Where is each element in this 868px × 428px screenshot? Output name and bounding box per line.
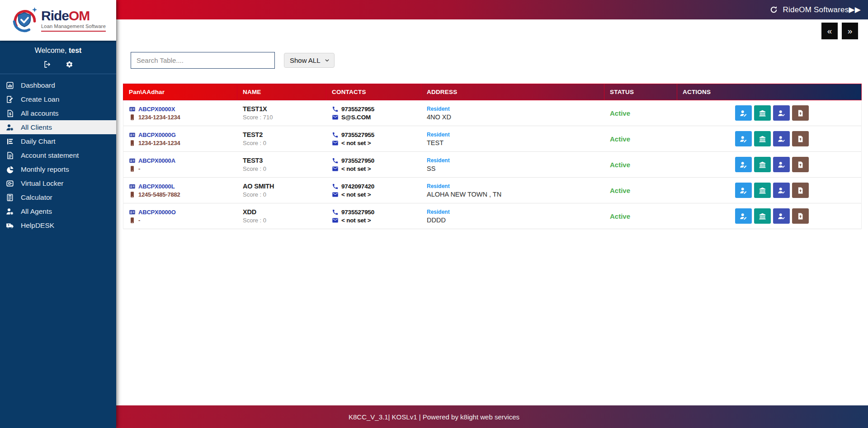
- upload-document-button[interactable]: [792, 105, 809, 121]
- sidebar-item-virtual-locker[interactable]: Virtual Locker: [0, 176, 116, 190]
- phone-number: 9742097420: [341, 183, 374, 190]
- bank-details-button[interactable]: [754, 208, 771, 224]
- actions-cell: [677, 126, 861, 151]
- bank-details-button[interactable]: [754, 105, 771, 121]
- edit-client-button[interactable]: [735, 208, 752, 224]
- email-value: < not set >: [341, 165, 371, 172]
- client-score: Score : 0: [243, 140, 326, 146]
- list-chart-icon: [6, 137, 15, 146]
- name-cell: TEST3 Score : 0: [237, 152, 326, 177]
- sidebar-item-all-agents[interactable]: All Agents: [0, 204, 116, 218]
- mobile-icon: [129, 114, 136, 121]
- aadhar-number: -: [138, 165, 140, 172]
- sidebar: RideOM Loan Management Software Welcome,…: [0, 0, 116, 428]
- envelope-icon: [332, 114, 339, 121]
- pen-doc-icon: [6, 95, 15, 103]
- phone-icon: [332, 106, 339, 113]
- landmark-icon: [759, 187, 766, 194]
- pan-link[interactable]: ABCPX0000L: [138, 183, 175, 190]
- pan-link[interactable]: ABCPX0000X: [138, 106, 175, 113]
- pan-link[interactable]: ABCPX0000O: [138, 209, 176, 216]
- sidebar-item-monthly-reports[interactable]: Monthly reports: [0, 162, 116, 176]
- landmark-icon: [759, 109, 766, 117]
- pan-aadhar-cell: ABCPX0000X 1234-1234-1234: [123, 100, 237, 126]
- envelope-icon: [332, 217, 339, 224]
- upload-document-button[interactable]: [792, 131, 809, 146]
- footer-text: K8CC_V_3.1| KOSLv1 | Powered by k8ight w…: [349, 413, 519, 421]
- welcome-text: Welcome, test: [0, 41, 116, 55]
- aadhar-number: 1234-1234-1234: [138, 114, 180, 121]
- logo-underline: [41, 31, 106, 32]
- id-card-icon: [129, 106, 136, 113]
- pan-aadhar-cell: ABCPX0000O -: [123, 203, 237, 229]
- upload-document-button[interactable]: [792, 208, 809, 224]
- status-badge: Active: [610, 187, 677, 194]
- address-type: Resident: [427, 183, 604, 189]
- status-cell: Active: [604, 126, 677, 151]
- user-pen-icon: [740, 135, 747, 143]
- table-row: ABCPX0000X 1234-1234-1234 TEST1X Score :…: [123, 100, 861, 126]
- upload-document-button[interactable]: [792, 157, 809, 172]
- address-value: DDDD: [427, 216, 604, 224]
- phone-number: 9735527955: [341, 106, 374, 113]
- verify-client-button[interactable]: [773, 131, 790, 146]
- sidebar-nav: Dashboard Create Loan $ All accounts All…: [0, 74, 116, 232]
- pan-link[interactable]: ABCPX0000G: [138, 132, 176, 138]
- edit-client-button[interactable]: [735, 131, 752, 146]
- address-cell: Resident 4NO XD: [421, 100, 604, 126]
- gear-icon[interactable]: [66, 61, 73, 68]
- column-header-name: NAME: [237, 84, 326, 100]
- prev-page-button[interactable]: «: [821, 23, 838, 39]
- mobile-icon: [129, 140, 136, 146]
- contacts-cell: 9735527950 < not set >: [326, 152, 421, 177]
- next-page-button[interactable]: »: [842, 23, 858, 39]
- sidebar-item-helpdesk[interactable]: HelpDESK: [0, 218, 116, 232]
- sidebar-item-daily-chart[interactable]: Daily Chart: [0, 134, 116, 148]
- refresh-icon[interactable]: [769, 5, 778, 14]
- search-input[interactable]: [131, 52, 275, 69]
- status-cell: Active: [604, 178, 677, 203]
- pan-link[interactable]: ABCPX0000A: [138, 157, 175, 164]
- phone-number: 9735527950: [341, 157, 374, 164]
- sidebar-item-all-accounts[interactable]: $ All accounts: [0, 106, 116, 120]
- client-score: Score : 710: [243, 114, 326, 121]
- bank-details-button[interactable]: [754, 183, 771, 198]
- sidebar-item-label: All accounts: [21, 109, 59, 118]
- chevron-down-icon: [325, 58, 330, 63]
- pan-aadhar-cell: ABCPX0000A -: [123, 152, 237, 177]
- status-cell: Active: [604, 203, 677, 229]
- edit-client-button[interactable]: [735, 105, 752, 121]
- sidebar-item-account-statement[interactable]: Account statement: [0, 148, 116, 162]
- table-row: ABCPX0000A - TEST3 Score : 0 9735527950 …: [123, 152, 861, 178]
- user-pen-icon: [740, 212, 747, 220]
- sidebar-item-label: Daily Chart: [21, 137, 56, 146]
- aadhar-number: 1245-5485-7882: [138, 191, 180, 198]
- email-value: < not set >: [341, 217, 371, 224]
- verify-client-button[interactable]: [773, 105, 790, 121]
- verify-client-button[interactable]: [773, 157, 790, 172]
- sidebar-item-label: Monthly reports: [21, 165, 69, 174]
- footer: K8CC_V_3.1| KOSLv1 | Powered by k8ight w…: [0, 405, 868, 428]
- verify-client-button[interactable]: [773, 208, 790, 224]
- user-pen-icon: [740, 187, 747, 194]
- logout-icon[interactable]: [43, 61, 51, 68]
- bank-details-button[interactable]: [754, 131, 771, 146]
- upload-document-button[interactable]: [792, 183, 809, 198]
- show-filter-select[interactable]: Show ALL: [284, 53, 335, 68]
- phone-icon: [332, 183, 339, 190]
- sidebar-item-all-clients[interactable]: All Clients: [0, 120, 116, 134]
- edit-client-button[interactable]: [735, 183, 752, 198]
- table-row: ABCPX0000L 1245-5485-7882 AO SMITH Score…: [123, 178, 861, 203]
- column-header-actions: ACTIONS: [677, 84, 861, 100]
- sidebar-item-dashboard[interactable]: Dashboard: [0, 78, 116, 92]
- filter-value: Show ALL: [290, 56, 321, 64]
- ambulance-icon: [6, 221, 15, 230]
- edit-client-button[interactable]: [735, 157, 752, 172]
- sidebar-item-calculator[interactable]: Calculator: [0, 190, 116, 204]
- sidebar-item-create-loan[interactable]: Create Loan: [0, 92, 116, 106]
- contacts-cell: 9735527955 < not set >: [326, 126, 421, 151]
- user-check-icon: [778, 135, 785, 143]
- fast-forward-icon: ▶▶: [849, 5, 861, 14]
- bank-details-button[interactable]: [754, 157, 771, 172]
- verify-client-button[interactable]: [773, 183, 790, 198]
